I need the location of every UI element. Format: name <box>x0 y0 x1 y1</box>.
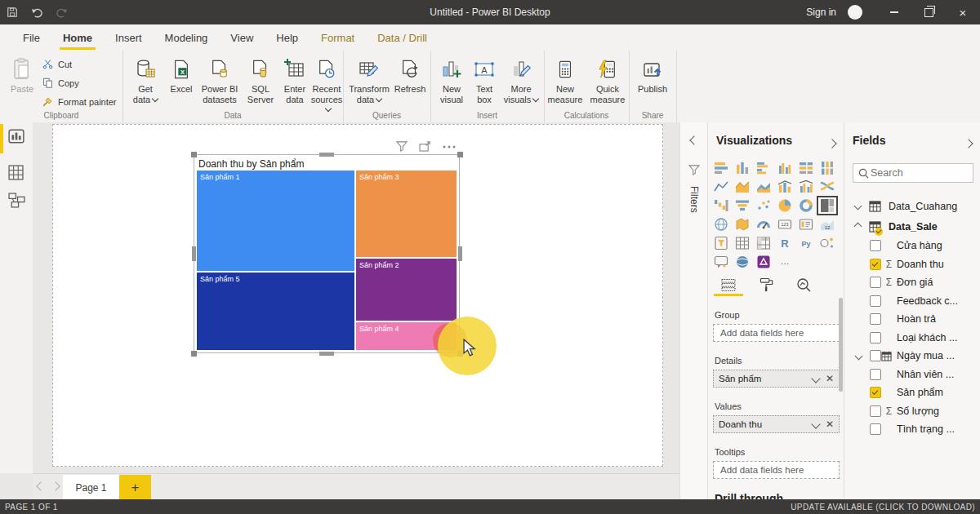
redo-icon[interactable] <box>49 0 74 24</box>
text-box-button[interactable]: A Text box <box>470 55 499 104</box>
field-row[interactable]: ΣDoanh thu <box>844 255 980 274</box>
table-row[interactable]: Data_Sale <box>844 216 980 237</box>
close-button[interactable]: × <box>946 0 980 24</box>
treemap-tile[interactable]: Sản phẩm 5 <box>196 272 355 351</box>
format-painter-button[interactable]: Format painter <box>42 96 117 107</box>
data-view-button[interactable] <box>8 165 26 183</box>
stacked-bar-chart-icon[interactable] <box>712 160 730 176</box>
collapse-visualizations-chevron-icon[interactable] <box>829 135 835 150</box>
pie-chart-icon[interactable] <box>776 197 794 214</box>
menu-insert[interactable]: Insert <box>104 24 154 51</box>
line-and-clustered-column-chart-icon[interactable] <box>797 179 815 195</box>
resize-handle-top-left[interactable] <box>191 152 197 157</box>
field-row[interactable]: Cửa hàng <box>844 237 980 255</box>
ribbon-chart-icon[interactable] <box>818 179 836 195</box>
sign-in-button[interactable]: Sign in <box>806 7 836 18</box>
undo-icon[interactable] <box>24 0 49 24</box>
recent-sources-button[interactable]: Recent sources <box>310 55 343 115</box>
100-stacked-bar-chart-icon[interactable] <box>797 160 815 176</box>
resize-handle-bottom-left[interactable] <box>191 351 197 357</box>
transform-data-button[interactable]: Transform data <box>345 55 393 104</box>
more-visuals-button[interactable]: More visuals <box>501 55 541 104</box>
donut-chart-icon[interactable] <box>797 197 815 214</box>
expand-filters-chevron-icon[interactable] <box>689 135 698 144</box>
field-checkbox[interactable] <box>870 295 881 307</box>
new-page-button[interactable]: + <box>119 475 151 500</box>
multi-row-card-icon[interactable] <box>797 216 815 233</box>
sql-server-button[interactable]: SQL Server <box>243 55 278 104</box>
report-page[interactable]: Doanh thu by Sản phẩm Sản phẩm 1Sản phẩm… <box>52 124 663 467</box>
cut-button[interactable]: Cut <box>42 59 72 69</box>
more-options-icon[interactable] <box>443 145 456 148</box>
kpi-icon[interactable]: 12 <box>818 216 836 233</box>
well-dropdown-chevron-icon[interactable] <box>811 374 820 383</box>
more-options-icon[interactable]: … <box>776 254 794 270</box>
focus-mode-icon[interactable] <box>419 141 431 152</box>
clustered-column-chart-icon[interactable] <box>776 160 794 176</box>
menu-format[interactable]: Format <box>310 24 366 51</box>
update-available-link[interactable]: UPDATE AVAILABLE (CLICK TO DOWNLOAD) <box>791 503 975 512</box>
treemap-tile[interactable]: Sản phẩm 3 <box>355 170 457 258</box>
field-row[interactable]: Hoàn trả <box>844 310 980 329</box>
field-checkbox[interactable] <box>870 369 881 380</box>
field-checkbox[interactable] <box>870 332 881 343</box>
100-stacked-column-chart-icon[interactable] <box>818 160 836 176</box>
field-checkbox[interactable] <box>870 240 881 251</box>
field-checkbox[interactable] <box>870 350 881 361</box>
field-row[interactable]: Sản phẩm <box>844 383 980 402</box>
excel-button[interactable]: X Excel <box>167 55 196 95</box>
page-tab[interactable]: Page 1 <box>63 475 119 500</box>
menu-data-drill[interactable]: Data / Drill <box>366 24 439 51</box>
details-well[interactable]: Sản phẩm ✕ <box>713 370 840 388</box>
treemap-tile[interactable]: Sản phẩm 1 <box>196 170 355 272</box>
field-row[interactable]: Feedback c... <box>844 292 980 311</box>
tooltips-well[interactable]: Add data fields here <box>713 461 840 479</box>
line-chart-icon[interactable] <box>712 179 730 195</box>
resize-handle-right[interactable] <box>458 246 462 261</box>
minimize-button[interactable] <box>877 0 911 24</box>
treemap-tile[interactable]: Sản phẩm 2 <box>355 258 457 321</box>
expand-chevron-icon[interactable] <box>854 202 862 210</box>
treemap-visual[interactable]: Doanh thu by Sản phẩm Sản phẩm 1Sản phẩm… <box>194 154 460 353</box>
field-row[interactable]: Loại khách ... <box>844 329 980 348</box>
field-checkbox[interactable] <box>870 387 881 398</box>
save-icon[interactable] <box>0 0 24 24</box>
scatter-chart-icon[interactable] <box>755 197 773 214</box>
resize-handle-top-right[interactable] <box>457 152 463 157</box>
line-and-stacked-column-chart-icon[interactable] <box>776 179 794 195</box>
table-icon[interactable] <box>733 235 751 251</box>
r-script-visual-icon[interactable]: R <box>776 235 794 251</box>
publish-button[interactable]: Publish <box>633 55 672 95</box>
next-page-arrow-icon[interactable] <box>49 479 62 494</box>
area-chart-icon[interactable] <box>733 179 751 195</box>
resize-handle-left[interactable] <box>192 246 196 261</box>
paste-button[interactable]: Paste <box>7 55 38 95</box>
new-measure-button[interactable]: New measure <box>544 55 586 104</box>
model-view-button[interactable] <box>8 193 26 210</box>
refresh-button[interactable]: Refresh <box>392 55 428 95</box>
quick-measure-button[interactable]: Quick measure <box>586 55 629 104</box>
filled-map-icon[interactable] <box>733 216 751 233</box>
collapse-chevron-icon[interactable] <box>854 223 862 231</box>
resize-handle-bottom[interactable] <box>319 352 334 356</box>
gauge-icon[interactable] <box>755 216 773 233</box>
report-view-button[interactable] <box>8 129 26 147</box>
well-dropdown-chevron-icon[interactable] <box>811 419 820 428</box>
previous-page-arrow-icon[interactable] <box>34 479 47 494</box>
menu-view[interactable]: View <box>219 24 265 51</box>
slicer-icon[interactable] <box>712 235 730 251</box>
treemap-icon[interactable] <box>818 197 836 214</box>
field-row[interactable]: ΣSố lượng <box>844 402 980 421</box>
expand-chevron-icon[interactable] <box>855 352 863 360</box>
format-tab[interactable] <box>754 276 778 294</box>
field-checkbox[interactable] <box>870 277 881 288</box>
card-icon[interactable]: 123 <box>776 216 794 233</box>
remove-field-icon[interactable]: ✕ <box>826 419 834 430</box>
field-row[interactable]: ΣĐơn giá <box>844 273 980 292</box>
scrollbar-thumb[interactable] <box>839 298 843 392</box>
clustered-bar-chart-icon[interactable] <box>755 160 773 176</box>
resize-handle-top[interactable] <box>319 153 334 157</box>
funnel-chart-icon[interactable] <box>733 197 751 214</box>
fields-tab[interactable] <box>716 276 741 294</box>
table-row[interactable]: Data_Cuahang <box>844 196 980 216</box>
